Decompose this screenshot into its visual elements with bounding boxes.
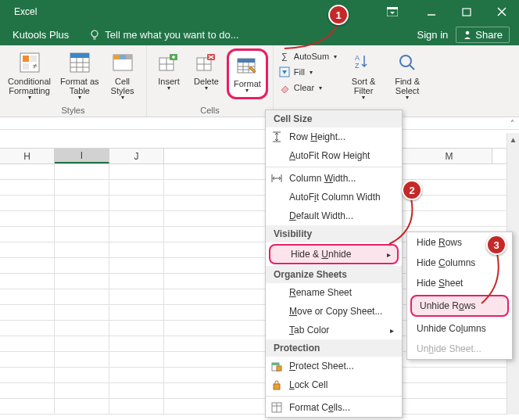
cell[interactable] [109,399,164,415]
cell[interactable] [0,336,55,352]
cell-styles-button[interactable]: Cell Styles ▾ [106,48,140,102]
delete-cells-button[interactable]: Delete ▾ [189,48,224,93]
col-header-I[interactable]: I [55,149,109,163]
tell-me-search[interactable]: Tell me what you want to do... [89,29,238,41]
cell[interactable] [55,227,109,242]
menu-default-width[interactable]: Default Width... [266,206,402,225]
cell[interactable] [55,336,109,352]
tab-kutools-plus[interactable]: Kutools Plus [5,23,77,45]
cell[interactable] [492,368,506,383]
cell[interactable] [0,352,55,368]
cell[interactable] [492,196,506,211]
cell[interactable] [55,321,109,336]
cell[interactable] [406,383,492,399]
cell[interactable] [109,242,164,258]
cell[interactable] [0,196,55,211]
cell[interactable] [55,196,109,211]
cell[interactable] [55,368,109,383]
cell[interactable] [109,227,164,242]
cell[interactable] [55,258,109,274]
cell[interactable] [0,274,55,289]
cell[interactable] [0,289,55,305]
find-select-button[interactable]: Find & Select ▾ [390,48,424,102]
format-as-table-icon [67,50,92,75]
menu-column-width[interactable]: Column Width... [266,169,402,188]
cell[interactable] [55,305,109,321]
conditional-formatting-button[interactable]: ≠ Conditional Formatting ▾ [5,48,54,102]
cell[interactable] [109,180,164,196]
cell[interactable] [0,164,55,180]
insert-cells-button[interactable]: Insert ▾ [152,48,186,93]
maximize-button[interactable] [449,0,484,23]
cell[interactable] [55,180,109,196]
cell[interactable] [0,211,55,227]
cell[interactable] [109,211,164,227]
cell[interactable] [109,321,164,336]
menu-row-height[interactable]: Row Height... [266,127,402,146]
cell[interactable] [0,227,55,242]
cell[interactable] [55,164,109,180]
cell[interactable] [109,258,164,274]
cell[interactable] [492,211,506,227]
fill-button[interactable]: Fill ▾ [278,66,337,78]
format-cells-button[interactable]: Format ▾ [227,48,268,99]
minimize-button[interactable] [413,0,449,23]
collapse-ribbon-icon[interactable]: ˄ [510,119,514,127]
menu-protect-sheet[interactable]: Protect Sheet... [266,357,402,375]
menu-lock-cell[interactable]: Lock Cell [266,375,402,394]
cell[interactable] [0,180,55,196]
cell[interactable] [55,274,109,289]
cell[interactable] [109,383,164,399]
menu-tab-color[interactable]: Tab Color ▸ [266,321,402,339]
cell[interactable] [109,336,164,352]
menu-rename-sheet[interactable]: Rename Sheet [266,283,402,302]
cell[interactable] [492,164,506,180]
cell[interactable] [0,242,55,258]
cell[interactable] [492,180,506,196]
cell[interactable] [0,399,55,415]
cell[interactable] [55,383,109,399]
col-header-J[interactable]: J [109,149,164,163]
cell[interactable] [55,352,109,368]
menu-section-organize-sheets: Organize Sheets [266,266,402,283]
cell[interactable] [0,383,55,399]
menu-format-cells[interactable]: Format Cells... [266,398,402,417]
cell[interactable] [406,368,492,383]
ribbon-display-options-icon[interactable] [381,0,404,23]
cell[interactable] [492,399,506,415]
ribbon-collapse-strip: ˄ [0,117,519,130]
scroll-up-arrow[interactable]: ▲ [507,133,519,145]
close-button[interactable] [484,0,519,23]
cell[interactable] [109,196,164,211]
cell[interactable] [406,164,492,180]
cell[interactable] [0,258,55,274]
menu-autofit-column-width[interactable]: AutoFit Column Width [266,188,402,206]
cell[interactable] [109,274,164,289]
share-button[interactable]: Share [456,27,510,43]
cell[interactable] [0,368,55,383]
cell[interactable] [109,164,164,180]
col-header-M[interactable]: M [406,149,492,163]
cell[interactable] [109,289,164,305]
sign-in-link[interactable]: Sign in [417,29,449,41]
cell[interactable] [55,289,109,305]
col-header-H[interactable]: H [0,149,55,163]
menu-hide-unhide[interactable]: Hide & Unhide ▸ [269,244,399,264]
menu-move-copy-sheet[interactable]: Move or Copy Sheet... [266,302,402,321]
cell[interactable] [55,399,109,415]
cell[interactable] [55,242,109,258]
cell[interactable] [109,368,164,383]
cell[interactable] [109,352,164,368]
submenu-unhide-columns[interactable]: Unhide Columns [407,318,512,339]
cell[interactable] [492,383,506,399]
clear-button[interactable]: Clear ▾ [278,81,337,94]
cell[interactable] [0,321,55,336]
cell[interactable] [0,305,55,321]
cell[interactable] [109,305,164,321]
sort-filter-button[interactable]: AZ Sort & Filter ▾ [346,48,381,102]
ribbon-group-label: Cells [152,106,268,115]
menu-autofit-row-height[interactable]: AutoFit Row Height [266,146,402,165]
cell[interactable] [406,399,492,415]
format-as-table-button[interactable]: Format as Table ▾ [57,48,102,102]
cell[interactable] [55,211,109,227]
